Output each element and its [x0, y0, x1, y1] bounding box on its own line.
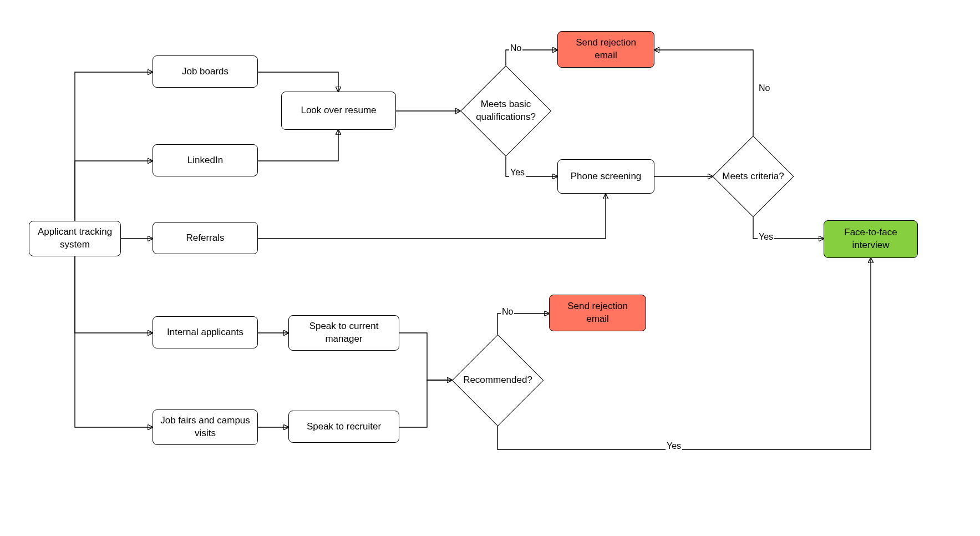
- edge-label-criteria-yes: Yes: [758, 232, 774, 242]
- edge-label-recommended-yes: Yes: [666, 441, 682, 451]
- node-referrals: Referrals: [153, 222, 258, 254]
- node-label: Send rejection email: [555, 300, 640, 326]
- decision-meets-basic-qualifications: Meets basic qualifications?: [460, 65, 551, 156]
- node-linkedin: LinkedIn: [153, 144, 258, 176]
- node-applicant-tracking-system: Applicant tracking system: [29, 221, 121, 256]
- node-send-rejection-email-1: Send rejection email: [557, 31, 654, 68]
- decision-meets-criteria: Meets criteria?: [713, 136, 794, 217]
- node-label: Speak to recruiter: [307, 421, 381, 433]
- node-label: Speak to current manager: [294, 320, 393, 346]
- decision-label: Recommended?: [463, 374, 532, 387]
- node-job-boards: Job boards: [153, 55, 258, 88]
- node-look-over-resume: Look over resume: [281, 92, 396, 130]
- node-label: LinkedIn: [187, 154, 223, 167]
- node-label: Face-to-face interview: [830, 226, 912, 252]
- node-label: Job fairs and campus visits: [159, 414, 252, 440]
- decision-recommended: Recommended?: [452, 335, 544, 426]
- node-label: Job boards: [182, 65, 229, 78]
- node-label: Look over resume: [301, 104, 376, 117]
- edge-label-basic-yes: Yes: [509, 168, 526, 178]
- node-phone-screening: Phone screening: [557, 159, 654, 194]
- node-speak-to-recruiter: Speak to recruiter: [288, 411, 399, 443]
- edge-label-basic-no: No: [509, 43, 522, 53]
- node-label: Referrals: [186, 232, 225, 245]
- node-label: Applicant tracking system: [35, 226, 115, 251]
- node-face-to-face-interview: Face-to-face interview: [824, 220, 918, 258]
- node-internal-applicants: Internal applicants: [153, 316, 258, 348]
- decision-label: Meets basic qualifications?: [461, 98, 550, 124]
- edge-label-criteria-no: No: [758, 83, 771, 93]
- node-job-fairs: Job fairs and campus visits: [153, 409, 258, 445]
- flowchart-canvas: Applicant tracking system Job boards Lin…: [0, 0, 980, 536]
- node-speak-to-current-manager: Speak to current manager: [288, 315, 399, 351]
- node-label: Internal applicants: [167, 326, 243, 339]
- node-label: Send rejection email: [563, 37, 648, 62]
- decision-label: Meets criteria?: [722, 170, 784, 183]
- node-send-rejection-email-2: Send rejection email: [549, 295, 646, 331]
- node-label: Phone screening: [571, 170, 642, 183]
- edge-label-recommended-no: No: [501, 307, 514, 317]
